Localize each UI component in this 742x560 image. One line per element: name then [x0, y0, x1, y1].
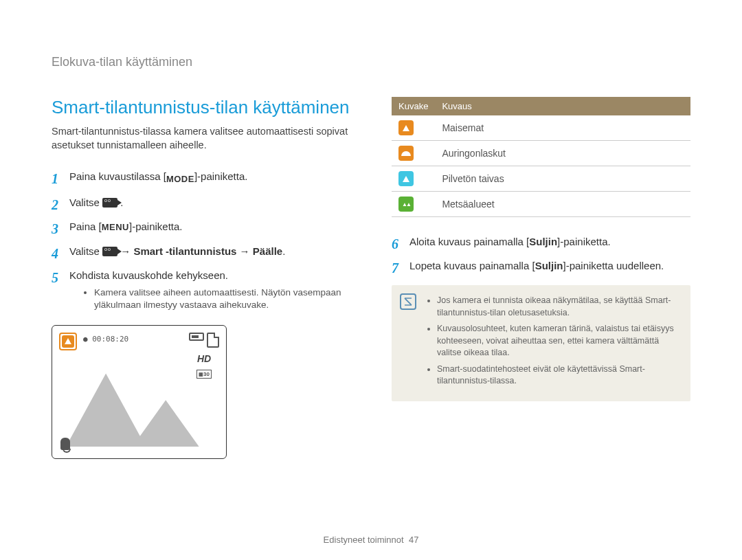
mountain-icon	[66, 366, 212, 448]
battery-icon	[189, 333, 204, 341]
step-7: Lopeta kuvaus painamalla [Suljin]-painik…	[392, 258, 690, 273]
step-7-text-c: ]-painiketta uudelleen.	[563, 260, 664, 271]
step-1-text-a: Paina kuvaustilassa [	[69, 170, 166, 182]
left-column: Smart-tilantunnistus-tilan käyttäminen S…	[52, 97, 350, 459]
step-7-bold: Suljin	[535, 260, 563, 271]
content-columns: Smart-tilantunnistus-tilan käyttäminen S…	[52, 97, 690, 459]
step-2-text-a: Valitse	[69, 197, 102, 208]
step-6-text-c: ]-painiketta.	[557, 236, 611, 247]
row-label: Maisemat	[435, 115, 690, 141]
sunset-icon	[398, 146, 414, 161]
step-3-text-a: Paina [	[69, 221, 102, 232]
svg-line-0	[405, 298, 412, 305]
step-5-text: Kohdista kuvauskohde kehykseen.	[69, 269, 228, 281]
th-icon: Kuvake	[392, 97, 435, 115]
scene-indicator-icon	[59, 333, 77, 350]
row-label: Auringonlaskut	[435, 141, 690, 166]
step-4-arrow-2: →	[236, 245, 252, 257]
microphone-icon	[60, 438, 70, 450]
landscape-icon	[398, 120, 414, 135]
preview-graphic	[66, 366, 212, 448]
note-item: Smart-suodatintehosteet eivät ole käytet…	[437, 363, 679, 388]
camera-preview: ● 00:08:20 HD ▦30	[52, 325, 227, 459]
step-4-text-a: Valitse	[69, 245, 102, 257]
table-row: Pilvetön taivas	[392, 166, 690, 192]
storage-icon	[207, 333, 219, 348]
footer-section: Edistyneet toiminnot	[324, 535, 404, 545]
step-6-bold: Suljin	[529, 236, 557, 247]
th-desc: Kuvaus	[435, 97, 690, 115]
step-3: Paina [MENU]-painiketta.	[52, 219, 350, 234]
menu-icon: MENU	[102, 222, 129, 232]
table-row: Maisemat	[392, 115, 690, 141]
step-5: Kohdista kuvauskohde kehykseen. Kamera v…	[52, 268, 350, 311]
clear-sky-icon	[398, 171, 414, 186]
step-4-text-f: .	[282, 245, 285, 257]
record-timer: ● 00:08:20	[83, 335, 128, 344]
row-label: Metsäalueet	[435, 192, 690, 217]
step-1-text-b: ]-painiketta.	[194, 170, 248, 182]
step-2: Valitse .	[52, 195, 350, 210]
note-item: Jos kamera ei tunnista oikeaa näkymätila…	[437, 295, 679, 319]
intro-text: Smart-tilantunnistus-tilassa kamera vali…	[52, 125, 350, 152]
landscape-scene-icon	[62, 335, 74, 348]
step-4: Valitse → Smart -tilantunnistus → Päälle…	[52, 244, 350, 258]
note-box: Jos kamera ei tunnista oikeaa näkymätila…	[392, 285, 690, 401]
step-6-text-a: Aloita kuvaus painamalla [	[409, 236, 529, 247]
step-1: Paina kuvaustilassa [MODE]-painiketta.	[52, 169, 350, 186]
scene-icon-table: Kuvake Kuvaus Maisemat Auringonlaskut Pi…	[392, 97, 690, 217]
step-5-sublist: Kamera valitsee aiheen automaattisesti. …	[94, 287, 350, 311]
page-footer: Edistyneet toiminnot 47	[0, 535, 742, 545]
step-3-text-b: ]-painiketta.	[129, 221, 183, 232]
note-list: Jos kamera ei tunnista oikeaa näkymätila…	[427, 295, 679, 388]
table-row: Metsäalueet	[392, 192, 690, 217]
mode-icon: MODE	[166, 173, 194, 186]
table-header-row: Kuvake Kuvaus	[392, 97, 690, 115]
step-4-bold-2: Päälle	[253, 245, 282, 257]
steps-list-right: Aloita kuvaus painamalla [Suljin]-painik…	[392, 234, 690, 273]
breadcrumb: Elokuva-tilan käyttäminen	[52, 55, 690, 69]
right-column: Kuvake Kuvaus Maisemat Auringonlaskut Pi…	[392, 97, 690, 459]
hd-icon: HD	[197, 353, 211, 364]
step-7-text-a: Lopeta kuvaus painamalla [	[409, 260, 535, 271]
table-row: Auringonlaskut	[392, 141, 690, 166]
steps-list-left: Paina kuvaustilassa [MODE]-painiketta. V…	[52, 169, 350, 311]
row-label: Pilvetön taivas	[435, 166, 690, 192]
note-item: Kuvausolosuhteet, kuten kameran tärinä, …	[437, 323, 679, 359]
video-mode-icon-2	[102, 247, 117, 256]
footer-page-number: 47	[409, 535, 418, 545]
page-title: Smart-tilantunnistus-tilan käyttäminen	[52, 97, 350, 118]
forest-icon	[398, 197, 414, 212]
video-mode-icon	[102, 198, 117, 208]
step-4-bold-1: Smart -tilantunnistus	[133, 245, 236, 257]
note-icon	[400, 293, 416, 310]
timer-value: 00:08:20	[92, 335, 128, 344]
step-6: Aloita kuvaus painamalla [Suljin]-painik…	[392, 234, 690, 249]
step-5-sub-item: Kamera valitsee aiheen automaattisesti. …	[94, 287, 350, 311]
